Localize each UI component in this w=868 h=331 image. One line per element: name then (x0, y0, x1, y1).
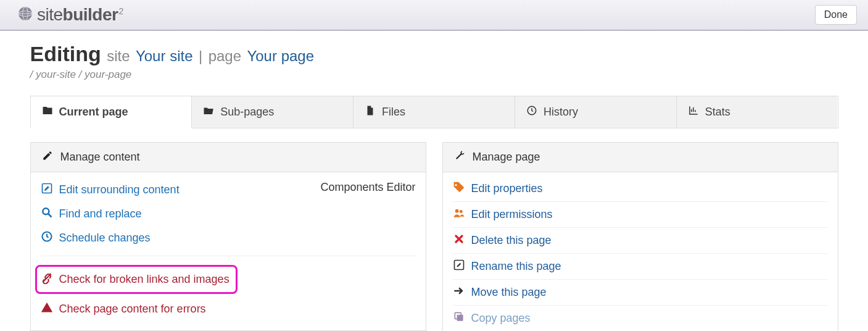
brand-bold: builder (63, 5, 118, 24)
brand-light: site (37, 5, 63, 24)
find-replace-link[interactable]: Find and replace (41, 205, 180, 223)
tabs: Current page Sub-pages Files History Sta… (30, 96, 838, 128)
site-link[interactable]: Your site (136, 48, 193, 64)
edit-permissions-link[interactable]: Edit permissions (453, 202, 828, 228)
warning-icon (41, 301, 53, 317)
folder-open-icon (203, 105, 214, 119)
edit-surrounding-content-link[interactable]: Edit surrounding content (41, 181, 180, 199)
check-broken-links-link[interactable]: Check for broken links and images (41, 270, 229, 288)
link-label: Delete this page (471, 234, 552, 247)
copy-pages-link[interactable]: Copy pages (453, 306, 828, 331)
page-word: page (209, 48, 241, 64)
globe-icon (17, 6, 33, 24)
tab-history[interactable]: History (515, 96, 677, 128)
tab-label: History (544, 106, 578, 119)
link-label: Edit permissions (471, 208, 553, 221)
tag-icon (453, 181, 465, 196)
link-label: Check page content for errors (59, 303, 206, 316)
panel-title: Manage page (473, 151, 540, 164)
topbar: sitebuilder2 Done (0, 0, 868, 31)
divider (41, 256, 416, 256)
done-button[interactable]: Done (815, 5, 857, 25)
brand-text: sitebuilder2 (37, 5, 123, 25)
arrow-right-icon (453, 285, 465, 300)
search-icon (41, 206, 53, 222)
svg-rect-13 (457, 315, 463, 321)
link-label: Find and replace (59, 207, 142, 220)
link-label: Rename this page (471, 260, 561, 273)
title-sep: | (199, 48, 202, 64)
link-label: Move this page (471, 286, 547, 299)
tab-label: Current page (59, 106, 128, 119)
pencil-icon (42, 150, 53, 164)
site-word: site (107, 48, 130, 64)
edit-square-icon (41, 182, 53, 198)
tab-sub-pages[interactable]: Sub-pages (192, 96, 353, 128)
panel-header: Manage content (31, 143, 426, 172)
users-icon (453, 207, 465, 222)
page-title: Editing site Your site | page Your page (30, 42, 838, 66)
schedule-changes-link[interactable]: Schedule changes (41, 229, 180, 247)
svg-point-6 (43, 208, 49, 214)
wrench-icon (454, 150, 465, 164)
move-page-link[interactable]: Move this page (453, 280, 828, 306)
clock-icon (41, 230, 53, 246)
crumb-site[interactable]: your-site (36, 69, 76, 80)
delete-page-link[interactable]: Delete this page (453, 228, 828, 254)
chart-icon (688, 105, 699, 119)
clock-icon (526, 105, 537, 119)
panel-title: Manage content (60, 151, 140, 164)
page-link[interactable]: Your page (247, 48, 314, 64)
edit-square-icon (453, 259, 465, 274)
brand: sitebuilder2 (17, 5, 123, 25)
panel-manage-content: Manage content Edit surrounding content … (30, 142, 426, 331)
svg-point-10 (455, 209, 458, 213)
tab-label: Sub-pages (220, 106, 274, 119)
link-label: Edit surrounding content (59, 183, 180, 196)
copy-icon (453, 311, 465, 326)
link-label: Schedule changes (59, 232, 151, 245)
crumb-page[interactable]: your-page (85, 69, 131, 80)
link-label: Check for broken links and images (59, 273, 229, 286)
brand-sup: 2 (118, 6, 123, 16)
tab-current-page[interactable]: Current page (31, 96, 192, 128)
broken-link-icon (41, 272, 53, 287)
crumb-root: / (30, 69, 33, 80)
check-errors-link[interactable]: Check page content for errors (41, 300, 416, 318)
link-label: Copy pages (471, 312, 531, 325)
tab-stats[interactable]: Stats (677, 96, 838, 128)
tab-label: Stats (705, 106, 730, 119)
panel-header: Manage page (443, 143, 838, 172)
close-icon (453, 233, 465, 248)
breadcrumb: / your-site / your-page (30, 69, 838, 81)
components-editor-label: Components Editor (320, 181, 415, 194)
svg-point-11 (459, 210, 462, 213)
editing-label: Editing (30, 42, 101, 65)
file-icon (365, 105, 376, 119)
panel-manage-page: Manage page Edit properties Edit permiss… (442, 142, 838, 331)
link-label: Edit properties (471, 182, 543, 195)
tab-files[interactable]: Files (353, 96, 515, 128)
folder-icon (42, 105, 53, 119)
edit-properties-link[interactable]: Edit properties (453, 181, 828, 202)
tab-label: Files (382, 106, 405, 119)
svg-line-7 (48, 214, 51, 217)
highlight-annotation: Check for broken links and images (35, 265, 238, 294)
rename-page-link[interactable]: Rename this page (453, 254, 828, 280)
